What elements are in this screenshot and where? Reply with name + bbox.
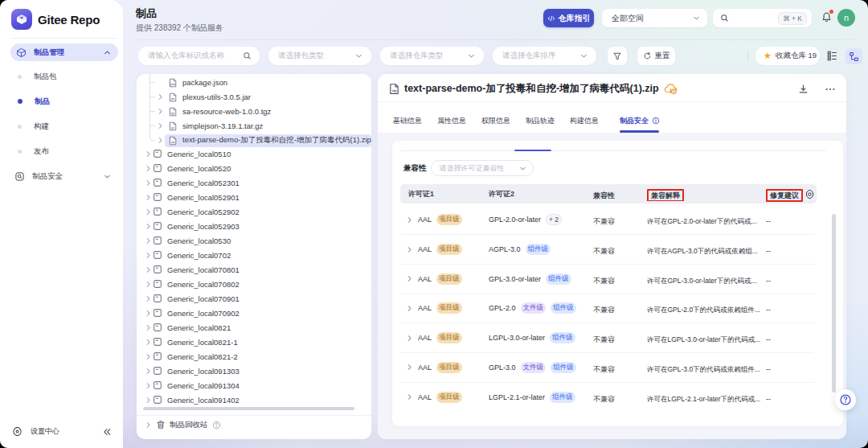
expand-chevron-icon[interactable] — [144, 295, 152, 302]
tree-file-item[interactable]: ziptext-parse-demo-加了投毒和自挖-增加了病毒代码(1).zi… — [137, 134, 371, 148]
sidebar-item-artifacts[interactable]: 制品 — [10, 93, 118, 109]
expand-chevron-icon[interactable] — [406, 335, 413, 342]
expand-chevron-icon[interactable] — [156, 137, 164, 144]
tree-repo-item[interactable]: Generic_local052902 — [137, 204, 371, 219]
tree-repo-item[interactable]: Generic_local091304 — [137, 378, 371, 393]
tab-1[interactable]: 基础信息 — [393, 116, 422, 126]
tree-repo-item[interactable]: Generic_local0821-2 — [137, 349, 371, 364]
tab-label: 基础信息 — [393, 116, 422, 126]
tree-repo-item[interactable]: Generic_local052301 — [137, 175, 371, 190]
expand-chevron-icon[interactable] — [144, 165, 152, 172]
expand-chevron-icon[interactable] — [406, 305, 413, 312]
help-floating-button[interactable] — [835, 389, 856, 410]
expand-chevron-icon[interactable] — [144, 353, 152, 360]
badge-project: 项目级 — [436, 244, 462, 255]
compatibility-explanation: 许可在GPL-3.0-or-later下的代码或... — [647, 277, 757, 285]
tree-view-toggle-icon[interactable] — [845, 48, 862, 64]
expand-chevron-icon[interactable] — [144, 266, 152, 273]
expand-chevron-icon[interactable] — [144, 382, 152, 389]
tree-repo-item[interactable]: Generic_local091402 — [137, 393, 371, 407]
expand-chevron-icon[interactable] — [144, 223, 152, 230]
expand-chevron-icon[interactable] — [144, 281, 152, 288]
expand-chevron-icon[interactable] — [144, 397, 152, 404]
repo-type-select[interactable]: 请选择仓库类型 — [380, 47, 484, 65]
expand-chevron-icon[interactable] — [406, 364, 413, 371]
sidebar-item-artifact-security[interactable]: 制品安全 — [10, 168, 118, 184]
tree-repo-item[interactable]: Generic_local052901 — [137, 190, 371, 204]
expand-chevron-icon[interactable] — [144, 237, 152, 245]
global-search-input[interactable]: ⌘ + K — [713, 9, 812, 27]
tree-file-item[interactable]: jarplexus-utils-3.0.5.jar — [137, 90, 371, 105]
tree-repo-item[interactable]: Generic_local0702 — [137, 248, 371, 262]
avatar[interactable]: n — [837, 9, 855, 27]
download-icon[interactable] — [798, 84, 809, 94]
repo-sort-select[interactable]: 请选择仓库排序 — [493, 47, 596, 65]
expand-chevron-icon[interactable] — [406, 275, 413, 282]
reset-filters-button[interactable]: 重置 — [637, 47, 675, 65]
expand-chevron-icon[interactable] — [156, 108, 164, 115]
brand-name: Gitee Repo — [38, 13, 100, 27]
tab-5[interactable]: 构建信息 — [570, 116, 599, 126]
settings-label[interactable]: 设置中心 — [31, 426, 102, 437]
tree-repo-item[interactable]: Generic_local0821-1 — [137, 335, 371, 349]
tree-file-item[interactable]: jsonpackage.json — [137, 76, 371, 90]
tree-item-label: Generic_local070802 — [167, 280, 240, 289]
tab-4[interactable]: 制品轨迹 — [526, 116, 555, 126]
expand-chevron-icon[interactable] — [144, 179, 152, 187]
zip-file-icon: zip — [168, 136, 178, 146]
sidebar-item-release[interactable]: 发布 — [10, 143, 118, 159]
tree-repo-item[interactable]: Generic_local0530 — [137, 233, 371, 248]
tree-repo-item[interactable]: Generic_local052903 — [137, 219, 371, 233]
tree-repo-item[interactable]: Generic_local070801 — [137, 262, 371, 277]
tree-repo-item[interactable]: Generic_local0821 — [137, 320, 371, 335]
generic-repo-icon — [153, 279, 162, 289]
expand-chevron-icon[interactable] — [144, 194, 152, 201]
tree-repo-item[interactable]: Generic_local091303 — [137, 364, 371, 378]
tree-repo-item[interactable]: Generic_local070802 — [137, 277, 371, 291]
expand-chevron-icon[interactable] — [144, 339, 152, 346]
license-compatibility-select[interactable]: 请选择许可证兼容性 — [431, 160, 534, 176]
horizontal-scrollbar[interactable] — [143, 407, 354, 410]
generic-repo-icon — [153, 192, 162, 202]
sidebar-item-product-management[interactable]: 制品管理 — [10, 43, 118, 61]
expand-chevron-icon[interactable] — [406, 246, 413, 253]
favorite-repos-button[interactable]: ★ 收藏仓库 19 — [755, 47, 820, 65]
recycle-bin-item[interactable]: 制品回收站 — [137, 416, 371, 434]
expand-chevron-icon[interactable] — [144, 208, 152, 216]
expand-chevron-icon[interactable] — [406, 393, 413, 401]
sidebar-item-packages[interactable]: 制品包 — [10, 68, 118, 84]
expand-chevron-icon[interactable] — [156, 122, 164, 129]
tree-file-item[interactable]: tgzsa-resource-web-1.0.0.tgz — [137, 105, 371, 119]
sidebar-item-build[interactable]: 构建 — [10, 118, 118, 134]
list-view-toggle-icon[interactable] — [826, 50, 838, 62]
package-type-select[interactable]: 请选择包类型 — [268, 47, 371, 65]
tree-file-item[interactable]: gzsimplejson-3.19.1.tar.gz — [137, 119, 371, 134]
tree-item-label: Generic_local0821-2 — [167, 352, 238, 361]
vertical-scrollbar[interactable] — [832, 214, 836, 393]
advanced-filter-button[interactable] — [608, 47, 627, 65]
tab-6[interactable]: 制品安全 — [620, 116, 660, 126]
column-settings-gear-icon[interactable] — [805, 189, 815, 199]
bullet-dot-icon — [18, 150, 22, 154]
tree-repo-item[interactable]: Generic_local070901 — [137, 291, 371, 306]
collapse-sidebar-icon[interactable] — [102, 427, 112, 437]
space-select[interactable]: 全部空间 — [602, 9, 707, 27]
expand-chevron-icon[interactable] — [144, 310, 152, 317]
expand-chevron-icon[interactable] — [156, 93, 164, 101]
expand-chevron-icon[interactable] — [144, 324, 152, 331]
expand-chevron-icon[interactable] — [144, 368, 152, 375]
license2-name: LGPL-3.0-or-later — [489, 334, 545, 342]
repo-search-input[interactable]: 请输入仓库标识或名称 — [138, 47, 260, 65]
tree-repo-item[interactable]: Generic_local070902 — [137, 306, 371, 320]
repo-guide-button[interactable]: 仓库指引 — [543, 9, 594, 27]
tree-repo-item[interactable]: Generic_local0510 — [137, 146, 371, 161]
more-actions-icon[interactable] — [825, 84, 836, 95]
license2-name: GPL-2.0-or-later — [489, 216, 541, 224]
settings-gear-icon[interactable] — [11, 425, 23, 438]
tree-repo-item[interactable]: Generic_local0520 — [137, 161, 371, 175]
expand-chevron-icon[interactable] — [406, 216, 413, 224]
tab-3[interactable]: 权限信息 — [481, 116, 510, 126]
tab-2[interactable]: 属性信息 — [437, 116, 466, 126]
expand-chevron-icon[interactable] — [144, 150, 152, 158]
expand-chevron-icon[interactable] — [144, 252, 152, 259]
